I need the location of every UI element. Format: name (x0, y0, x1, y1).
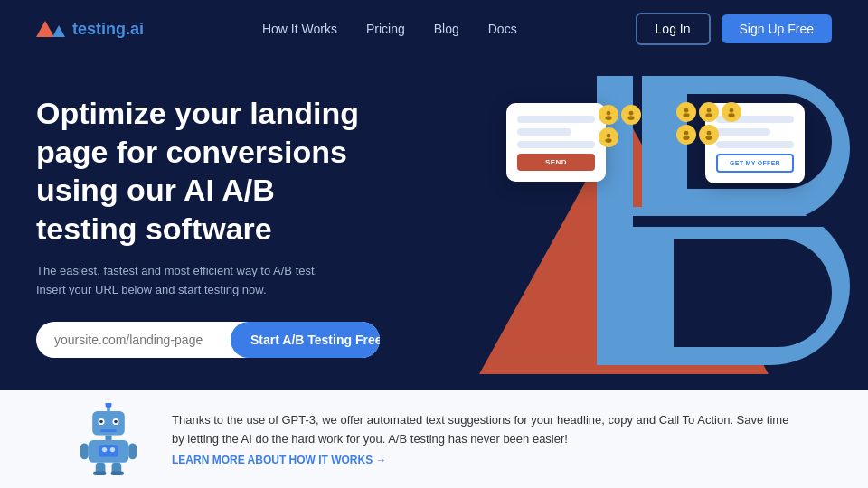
login-button[interactable]: Log In (636, 13, 711, 45)
svg-point-4 (607, 134, 611, 138)
avatar (676, 102, 696, 122)
card-b-button: GET MY OFFER (716, 154, 794, 173)
svg-point-28 (110, 447, 115, 452)
nav-link-docs[interactable]: Docs (488, 22, 517, 36)
svg-point-2 (629, 111, 634, 116)
svg-point-1 (605, 116, 611, 120)
svg-point-11 (728, 113, 734, 117)
avatar (699, 102, 719, 122)
hero-section: Optimize your landing page for conversio… (0, 58, 868, 390)
brand-name: testing.ai (72, 20, 144, 39)
svg-rect-29 (80, 443, 89, 459)
avatar (699, 125, 719, 145)
svg-point-7 (683, 113, 689, 117)
card-field (517, 116, 595, 123)
svg-rect-24 (105, 436, 111, 440)
bottom-description-container: Thanks to the use of GPT-3, we offer aut… (172, 411, 796, 468)
logo-triangle-red (36, 21, 54, 37)
url-input[interactable] (36, 322, 231, 358)
avatar (599, 105, 618, 125)
svg-rect-33 (93, 472, 106, 475)
nav-buttons: Log In Sign Up Free (636, 13, 832, 45)
svg-rect-30 (128, 443, 137, 459)
svg-point-13 (683, 136, 689, 140)
svg-point-27 (102, 447, 107, 452)
svg-point-22 (114, 420, 118, 424)
hero-content: Optimize your landing page for conversio… (36, 94, 380, 358)
b-gap (633, 216, 841, 227)
card-a-button: SEND (517, 154, 595, 171)
hero-input-row: Start A/B Testing Free (36, 322, 380, 358)
bottom-section: Thanks to the use of GPT-3, we offer aut… (0, 390, 868, 488)
svg-point-3 (627, 116, 634, 120)
svg-point-5 (605, 138, 611, 143)
avatars-b (676, 102, 749, 145)
nav-links: How It Works Pricing Blog Docs (262, 22, 517, 36)
hero-subtitle: The easiest, fastest and most efficient … (36, 262, 344, 300)
hero-illustration: SEND (434, 76, 850, 383)
svg-point-12 (684, 131, 689, 136)
logo[interactable]: testing.ai (36, 20, 144, 39)
avatar (676, 125, 696, 145)
navbar: testing.ai How It Works Pricing Blog Doc… (0, 0, 868, 58)
svg-rect-34 (111, 472, 124, 475)
avatar (621, 105, 641, 125)
nav-link-pricing[interactable]: Pricing (366, 22, 405, 36)
svg-rect-23 (100, 429, 117, 432)
card-b: GET MY OFFER (705, 103, 805, 183)
avatar (722, 102, 741, 122)
svg-point-18 (105, 403, 111, 408)
avatars-a (599, 105, 653, 147)
svg-point-0 (607, 111, 611, 116)
svg-point-21 (99, 420, 103, 424)
logo-icon (36, 21, 65, 37)
svg-point-14 (707, 131, 712, 136)
svg-point-15 (705, 136, 712, 140)
nav-link-how-it-works[interactable]: How It Works (262, 22, 337, 36)
svg-point-6 (684, 108, 689, 113)
svg-point-9 (705, 113, 712, 117)
svg-point-8 (707, 108, 712, 113)
learn-more-link[interactable]: LEARN MORE ABOUT HOW IT WORKS → (172, 454, 387, 466)
avatar (599, 127, 618, 147)
logo-triangle-blue (52, 25, 65, 37)
svg-point-10 (730, 108, 734, 113)
nav-link-blog[interactable]: Blog (434, 22, 459, 36)
card-field (517, 141, 595, 148)
card-a: SEND (506, 103, 606, 182)
hero-title: Optimize your landing page for conversio… (36, 94, 380, 248)
svg-rect-26 (99, 445, 118, 456)
start-testing-button[interactable]: Start A/B Testing Free (231, 322, 380, 358)
bottom-description: Thanks to the use of GPT-3, we offer aut… (172, 411, 796, 449)
card-field (517, 128, 571, 136)
signup-button[interactable]: Sign Up Free (722, 14, 832, 43)
b-cutout-bottom (674, 239, 832, 347)
robot-icon (72, 403, 145, 475)
